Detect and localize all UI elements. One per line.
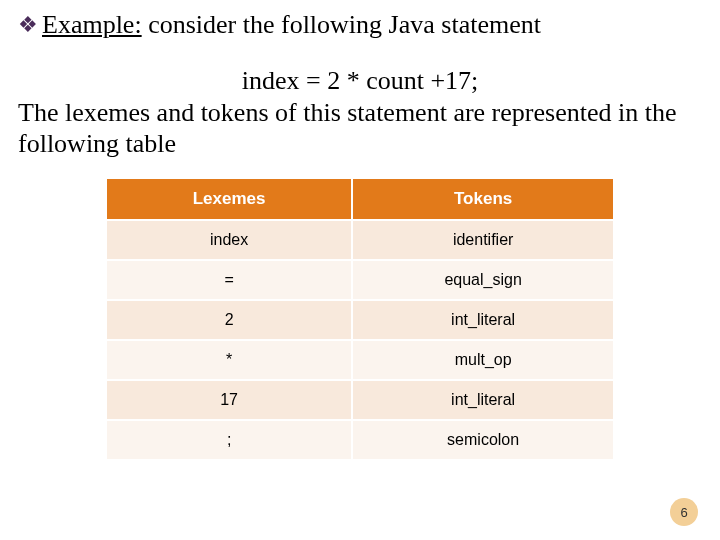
table-header-lexemes: Lexemes — [107, 179, 351, 219]
table-cell: index — [107, 221, 351, 259]
table-row: 17int_literal — [107, 381, 613, 419]
table-cell: = — [107, 261, 351, 299]
table-cell: * — [107, 341, 351, 379]
table-row: ;semicolon — [107, 421, 613, 459]
table-row: =equal_sign — [107, 261, 613, 299]
table-cell: identifier — [353, 221, 613, 259]
table-cell: equal_sign — [353, 261, 613, 299]
table-cell: mult_op — [353, 341, 613, 379]
table-cell: int_literal — [353, 381, 613, 419]
table-cell: 2 — [107, 301, 351, 339]
page-number: 6 — [670, 498, 698, 526]
table-row: *mult_op — [107, 341, 613, 379]
diamond-bullet-icon: ❖ — [18, 12, 38, 38]
code-statement: index = 2 * count +17; — [18, 66, 702, 96]
table-cell: ; — [107, 421, 351, 459]
lexeme-token-table: Lexemes Tokens indexidentifier=equal_sig… — [105, 177, 615, 461]
heading-rest: consider the following Java statement — [142, 10, 541, 39]
example-label: Example: — [42, 10, 142, 39]
description: The lexemes and tokens of this statement… — [18, 98, 702, 159]
table-cell: semicolon — [353, 421, 613, 459]
table-cell: 17 — [107, 381, 351, 419]
table-row: indexidentifier — [107, 221, 613, 259]
table-cell: int_literal — [353, 301, 613, 339]
heading: ❖ Example: consider the following Java s… — [18, 10, 702, 40]
table-header-tokens: Tokens — [353, 179, 613, 219]
table-row: 2int_literal — [107, 301, 613, 339]
